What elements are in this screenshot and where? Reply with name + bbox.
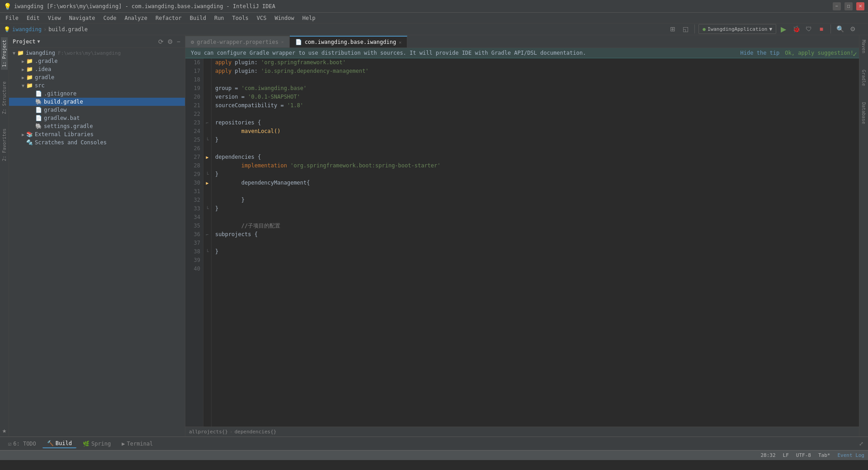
code-line-17[interactable]: apply plugin: 'io.spring.dependency-mana… bbox=[215, 67, 859, 76]
status-position[interactable]: 28:32 bbox=[760, 452, 775, 458]
code-line-30[interactable]: dependencyManagement{ bbox=[215, 179, 859, 187]
code-line-36[interactable]: subprojects { bbox=[215, 230, 859, 239]
project-dropdown-icon[interactable]: ▼ bbox=[38, 39, 40, 44]
distraction-free-button[interactable]: ◱ bbox=[680, 24, 691, 34]
right-tab-database[interactable]: Database bbox=[860, 100, 867, 127]
close-button[interactable]: ✕ bbox=[856, 2, 864, 10]
minimize-button[interactable]: − bbox=[833, 2, 841, 10]
tree-item-gitignore[interactable]: ▶ 📄 .gitignore bbox=[9, 90, 185, 98]
menu-item-navigate[interactable]: Navigate bbox=[66, 14, 99, 22]
fold-29[interactable]: └ bbox=[204, 170, 210, 179]
code-line-23[interactable]: repositories { bbox=[215, 119, 859, 127]
tree-item-build-gradle[interactable]: ▶ 🐘 build.gradle bbox=[9, 98, 185, 106]
run-config-dropdown[interactable]: ● IwangdingApplication ▼ bbox=[698, 24, 776, 34]
presentation-mode-button[interactable]: ⊞ bbox=[667, 24, 678, 34]
settings-button[interactable]: ⚙ bbox=[847, 24, 858, 34]
code-line-16[interactable]: apply plugin: 'org.springframework.boot' bbox=[215, 58, 859, 67]
sidebar-tab-project[interactable]: 1: Project bbox=[1, 37, 8, 70]
project-close-button[interactable]: − bbox=[176, 37, 181, 46]
breadcrumb-project[interactable]: iwangding bbox=[12, 26, 42, 33]
code-line-33[interactable]: } bbox=[215, 204, 859, 213]
bottom-tab-spring[interactable]: 🌿 Spring bbox=[78, 440, 115, 448]
menu-item-analyze[interactable]: Analyze bbox=[121, 14, 151, 22]
menu-item-refactor[interactable]: Refactor bbox=[152, 14, 185, 22]
fold-38[interactable]: └ bbox=[204, 247, 210, 256]
tree-item-gradle-folder[interactable]: ▶ 📁 gradle bbox=[9, 73, 185, 81]
editor-breadcrumb-1[interactable]: allprojects{} bbox=[189, 429, 228, 435]
sidebar-tab-structure[interactable]: Z: Structure bbox=[1, 79, 8, 117]
bottom-tab-terminal[interactable]: ▶ Terminal bbox=[117, 440, 157, 448]
tree-item-external-libs[interactable]: ▶ 📚 External Libraries bbox=[9, 130, 185, 138]
search-everywhere-button[interactable]: 🔍 bbox=[835, 24, 845, 34]
menu-item-run[interactable]: Run bbox=[211, 14, 228, 22]
fold-36[interactable]: ⌐ bbox=[204, 230, 210, 239]
menu-item-edit[interactable]: Edit bbox=[23, 14, 43, 22]
menu-item-code[interactable]: Code bbox=[100, 14, 120, 22]
code-line-35[interactable]: //子项目的配置 bbox=[215, 222, 859, 230]
status-line-ending[interactable]: LF bbox=[783, 452, 789, 458]
tab-main-class[interactable]: 📄 com.iwangding.base.iwangding ✕ bbox=[290, 36, 407, 47]
fold-30[interactable]: ▶ bbox=[204, 179, 210, 187]
code-line-40[interactable] bbox=[215, 265, 859, 273]
code-editor[interactable]: 1617181920212223242526272829303132333435… bbox=[185, 58, 859, 427]
code-line-27[interactable]: dependencies { bbox=[215, 153, 859, 161]
apply-suggestion-link[interactable]: Ok, apply suggestion! bbox=[785, 50, 854, 56]
debug-button[interactable]: 🐞 bbox=[791, 24, 802, 34]
tree-item-gradle-hidden[interactable]: ▶ 📁 .gradle bbox=[9, 57, 185, 65]
menu-item-tools[interactable]: Tools bbox=[229, 14, 252, 22]
tree-item-settings-gradle[interactable]: ▶ 🐘 settings.gradle bbox=[9, 122, 185, 130]
hide-tip-link[interactable]: Hide the tip bbox=[741, 50, 780, 56]
sidebar-tab-bookmarks[interactable]: 2: Favorites bbox=[1, 126, 8, 164]
right-tab-maven[interactable]: Maven bbox=[860, 37, 867, 56]
run-button[interactable]: ▶ bbox=[778, 24, 789, 34]
code-line-18[interactable] bbox=[215, 76, 859, 84]
tab-main-class-close[interactable]: ✕ bbox=[399, 40, 401, 45]
code-line-34[interactable] bbox=[215, 213, 859, 222]
status-indent[interactable]: Tab* bbox=[818, 452, 830, 458]
menu-item-build[interactable]: Build bbox=[186, 14, 210, 22]
project-settings-button[interactable]: ⚙ bbox=[166, 37, 174, 46]
code-line-31[interactable] bbox=[215, 187, 859, 196]
code-line-24[interactable]: mavenLocal() bbox=[215, 127, 859, 136]
tree-item-src[interactable]: ▼ 📁 src bbox=[9, 81, 185, 90]
breadcrumb-file[interactable]: build.gradle bbox=[48, 26, 88, 33]
fold-25[interactable]: └ bbox=[204, 136, 210, 144]
status-encoding[interactable]: UTF-8 bbox=[796, 452, 811, 458]
code-line-21[interactable]: sourceCompatibility = '1.8' bbox=[215, 101, 859, 110]
menu-item-window[interactable]: Window bbox=[271, 14, 297, 22]
code-content[interactable]: apply plugin: 'org.springframework.boot'… bbox=[212, 58, 859, 427]
fold-27[interactable]: ▶ bbox=[204, 153, 210, 161]
editor-breadcrumb-2[interactable]: dependencies{} bbox=[235, 429, 277, 435]
tree-root[interactable]: ▼ 📁 iwangding F:\works\my\iwangding bbox=[9, 49, 185, 57]
maximize-button[interactable]: □ bbox=[844, 2, 853, 10]
code-line-19[interactable]: group = 'com.iwangding.base' bbox=[215, 84, 859, 93]
tree-item-idea[interactable]: ▶ 📁 .idea bbox=[9, 65, 185, 73]
fold-33[interactable]: └ bbox=[204, 204, 210, 213]
run-with-coverage-button[interactable]: 🛡 bbox=[803, 24, 814, 34]
code-line-38[interactable]: } bbox=[215, 247, 859, 256]
menu-item-view[interactable]: View bbox=[44, 14, 65, 22]
bottom-tab-build[interactable]: 🔨 Build bbox=[42, 439, 76, 448]
bottom-tab-todo[interactable]: ☑ 6: TODO bbox=[4, 440, 41, 448]
code-line-20[interactable]: version = '0.0.1-SNAPSHOT' bbox=[215, 93, 859, 101]
stop-button[interactable]: ■ bbox=[816, 24, 827, 34]
tree-item-gradlew-bat[interactable]: ▶ 📄 gradlew.bat bbox=[9, 114, 185, 122]
tab-gradle-wrapper[interactable]: ⚙ gradle-wrapper.properties ✕ bbox=[185, 36, 290, 47]
tree-item-gradlew[interactable]: ▶ 📄 gradlew bbox=[9, 106, 185, 114]
code-line-29[interactable]: } bbox=[215, 170, 859, 179]
tree-item-scratches[interactable]: ▶ 🔩 Scratches and Consoles bbox=[9, 138, 185, 147]
code-line-25[interactable]: } bbox=[215, 136, 859, 144]
code-line-37[interactable] bbox=[215, 239, 859, 247]
code-line-28[interactable]: implementation 'org.springframework.boot… bbox=[215, 161, 859, 170]
tab-gradle-wrapper-close[interactable]: ✕ bbox=[281, 39, 284, 44]
project-sync-button[interactable]: ⟳ bbox=[157, 37, 165, 46]
code-line-26[interactable] bbox=[215, 144, 859, 153]
menu-item-vcs[interactable]: VCS bbox=[253, 14, 270, 22]
right-tab-gradle[interactable]: Gradle bbox=[860, 67, 867, 89]
code-line-22[interactable] bbox=[215, 110, 859, 119]
menu-item-help[interactable]: Help bbox=[299, 14, 319, 22]
fold-23[interactable]: ⌐ bbox=[204, 119, 210, 127]
star-icon[interactable]: ★ bbox=[0, 424, 9, 437]
menu-item-file[interactable]: File bbox=[2, 14, 22, 22]
code-line-39[interactable] bbox=[215, 256, 859, 265]
